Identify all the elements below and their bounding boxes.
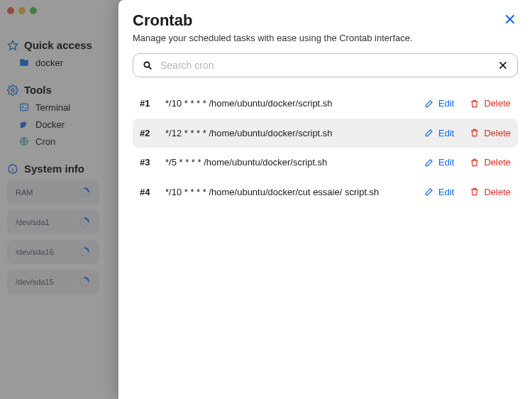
trash-icon (470, 187, 480, 197)
edit-button[interactable]: Edit (424, 157, 454, 168)
search-bar[interactable] (133, 53, 518, 77)
cron-row-command: */5 * * * * /home/ubuntu/docker/script.s… (165, 156, 414, 169)
cron-row[interactable]: #4*/10 * * * * /home/ubuntu/docker/cut e… (133, 177, 518, 207)
search-icon (142, 60, 153, 71)
cron-row-index: #3 (140, 157, 155, 168)
trash-icon (470, 99, 480, 109)
delete-label: Delete (484, 98, 511, 109)
close-icon (503, 12, 517, 26)
clear-icon[interactable] (497, 60, 509, 71)
delete-label: Delete (484, 128, 511, 138)
delete-button[interactable]: Delete (470, 128, 511, 138)
panel-close-button[interactable] (502, 11, 518, 27)
trash-icon (470, 128, 480, 138)
svg-point-12 (144, 62, 149, 67)
edit-button[interactable]: Edit (424, 98, 454, 109)
cron-row-command: */10 * * * * /home/ubuntu/docker/script.… (165, 97, 414, 110)
cron-row-index: #4 (140, 187, 155, 197)
cron-row[interactable]: #2*/12 * * * * /home/ubuntu/docker/scrip… (133, 119, 518, 148)
pencil-icon (424, 158, 434, 168)
cron-row[interactable]: #3*/5 * * * * /home/ubuntu/docker/script… (133, 148, 518, 177)
delete-label: Delete (484, 187, 511, 197)
edit-button[interactable]: Edit (424, 187, 454, 197)
edit-label: Edit (438, 157, 454, 168)
cron-row[interactable]: #1*/10 * * * * /home/ubuntu/docker/scrip… (133, 89, 518, 119)
cron-row-command: */12 * * * * /home/ubuntu/docker/script.… (165, 127, 414, 140)
edit-label: Edit (438, 187, 454, 197)
panel-subtitle: Manage your scheduled tasks with ease us… (133, 33, 413, 43)
panel-title: Crontab (133, 11, 413, 30)
pencil-icon (424, 187, 434, 197)
delete-button[interactable]: Delete (470, 187, 511, 197)
edit-label: Edit (438, 128, 454, 138)
search-input[interactable] (160, 60, 490, 71)
cron-rows: #1*/10 * * * * /home/ubuntu/docker/scrip… (133, 89, 518, 207)
delete-label: Delete (484, 157, 511, 168)
cron-row-command: */10 * * * * /home/ubuntu/docker/cut ess… (165, 186, 414, 199)
edit-button[interactable]: Edit (424, 128, 454, 138)
pencil-icon (424, 99, 434, 109)
pencil-icon (424, 128, 434, 138)
crontab-panel: Crontab Manage your scheduled tasks with… (118, 0, 532, 399)
edit-label: Edit (438, 98, 454, 109)
app-root: Quick access docker Tools (0, 0, 532, 399)
delete-button[interactable]: Delete (470, 157, 511, 168)
trash-icon (470, 158, 480, 168)
cron-row-index: #2 (140, 128, 155, 138)
delete-button[interactable]: Delete (470, 98, 511, 109)
cron-row-index: #1 (140, 98, 155, 109)
